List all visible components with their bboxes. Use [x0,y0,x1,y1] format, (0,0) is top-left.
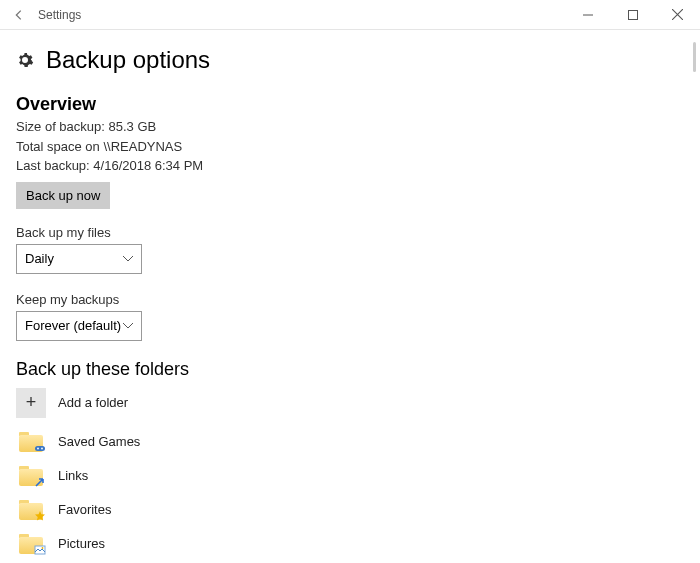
link-icon [34,476,46,488]
folder-item-pictures[interactable]: Pictures [16,534,684,554]
content-area: Backup options Overview Size of backup: … [0,30,700,563]
plus-icon: + [16,388,46,418]
svg-point-6 [42,547,44,549]
folder-label: Saved Games [58,434,140,449]
last-backup: Last backup: 4/16/2018 6:34 PM [16,156,684,176]
folder-icon [19,432,43,452]
keep-backups-value: Forever (default) [25,318,121,333]
folder-label: Favorites [58,502,111,517]
folder-icon [19,500,43,520]
chevron-down-icon [123,323,133,329]
keep-backups-label: Keep my backups [16,292,684,307]
backup-now-button[interactable]: Back up now [16,182,110,209]
back-button[interactable] [8,8,30,22]
close-icon [672,9,683,20]
page-title: Backup options [46,46,210,74]
minimize-icon [583,10,593,20]
svg-point-4 [41,447,43,449]
svg-rect-2 [35,446,45,451]
scrollbar[interactable] [693,42,696,72]
folders-heading: Back up these folders [16,359,684,380]
page-header: Backup options [16,46,684,74]
svg-point-3 [37,447,39,449]
overview-heading: Overview [16,94,684,115]
close-button[interactable] [655,0,700,30]
back-icon [12,8,26,22]
svg-rect-1 [628,10,637,19]
controller-icon [34,442,46,454]
backup-files-label: Back up my files [16,225,684,240]
folder-label: Links [58,468,88,483]
star-icon [34,510,46,522]
backup-space: Total space on \\READYNAS [16,137,684,157]
titlebar: Settings [0,0,700,30]
folder-icon [19,466,43,486]
chevron-down-icon [123,256,133,262]
add-folder-button[interactable]: + Add a folder [16,388,684,418]
maximize-icon [628,10,638,20]
backup-size: Size of backup: 85.3 GB [16,117,684,137]
keep-backups-select[interactable]: Forever (default) [16,311,142,341]
maximize-button[interactable] [610,0,655,30]
minimize-button[interactable] [565,0,610,30]
gear-icon [16,51,34,69]
folder-item-links[interactable]: Links [16,466,684,486]
folder-label: Pictures [58,536,105,551]
backup-files-select[interactable]: Daily [16,244,142,274]
window-title: Settings [38,8,81,22]
folder-item-saved-games[interactable]: Saved Games [16,432,684,452]
folder-item-favorites[interactable]: Favorites [16,500,684,520]
window-buttons [565,0,700,30]
picture-icon [34,544,46,556]
backup-files-value: Daily [25,251,54,266]
folder-icon [19,534,43,554]
add-folder-label: Add a folder [58,395,128,410]
